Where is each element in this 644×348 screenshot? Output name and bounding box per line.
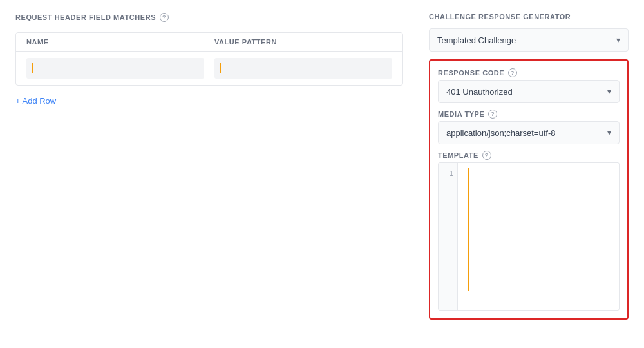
media-type-dropdown[interactable]: application/json;charset=utf-8 ▾ xyxy=(438,121,620,144)
media-type-label: MEDIA TYPE xyxy=(438,110,484,118)
challenge-type-chevron-icon: ▾ xyxy=(616,35,620,44)
template-field: TEMPLATE ? 1 xyxy=(438,151,620,311)
line-numbers: 1 xyxy=(439,163,458,310)
value-pattern-input-cursor xyxy=(220,63,221,73)
challenge-type-dropdown[interactable]: Templated Challenge ▾ xyxy=(429,28,629,52)
name-column-header: NAME xyxy=(26,38,204,46)
right-panel: CHALLENGE RESPONSE GENERATOR Templated C… xyxy=(429,13,629,335)
value-pattern-input[interactable] xyxy=(214,58,392,79)
request-header-label: REQUEST HEADER FIELD MATCHERS xyxy=(15,14,156,21)
template-label-row: TEMPLATE ? xyxy=(438,151,620,160)
media-type-field: MEDIA TYPE ? application/json;charset=ut… xyxy=(438,110,620,144)
editor-content[interactable] xyxy=(458,163,619,310)
name-input[interactable] xyxy=(26,58,204,79)
response-code-value: 401 Unauthorized xyxy=(446,87,513,97)
add-row-button[interactable]: + Add Row xyxy=(15,96,403,106)
table-header-row: NAME VALUE PATTERN xyxy=(16,33,402,52)
response-code-help-icon[interactable]: ? xyxy=(508,68,517,77)
editor-cursor xyxy=(468,168,469,291)
challenge-response-label: CHALLENGE RESPONSE GENERATOR xyxy=(429,13,571,21)
left-panel: REQUEST HEADER FIELD MATCHERS ? NAME VAL… xyxy=(15,13,403,335)
media-type-help-icon[interactable]: ? xyxy=(488,110,497,119)
challenge-response-section-title: CHALLENGE RESPONSE GENERATOR xyxy=(429,13,629,21)
response-section: RESPONSE CODE ? 401 Unauthorized ▾ MEDIA… xyxy=(429,59,629,320)
request-header-help-icon[interactable]: ? xyxy=(160,13,169,22)
template-label: TEMPLATE xyxy=(438,151,478,159)
challenge-type-value: Templated Challenge xyxy=(437,35,516,45)
media-type-value: application/json;charset=utf-8 xyxy=(446,128,555,138)
name-input-cursor xyxy=(32,63,33,73)
media-type-label-row: MEDIA TYPE ? xyxy=(438,110,620,119)
media-type-chevron-icon: ▾ xyxy=(607,128,611,137)
header-matchers-table: NAME VALUE PATTERN xyxy=(15,32,403,86)
template-editor[interactable]: 1 xyxy=(438,162,620,311)
response-code-label: RESPONSE CODE xyxy=(438,69,504,77)
table-row xyxy=(16,52,402,85)
value-pattern-column-header: VALUE PATTERN xyxy=(214,38,392,46)
response-code-dropdown[interactable]: 401 Unauthorized ▾ xyxy=(438,80,620,103)
response-code-label-row: RESPONSE CODE ? xyxy=(438,68,620,77)
response-code-chevron-icon: ▾ xyxy=(607,87,611,96)
request-header-section-title: REQUEST HEADER FIELD MATCHERS ? xyxy=(15,13,403,22)
response-code-field: RESPONSE CODE ? 401 Unauthorized ▾ xyxy=(438,68,620,103)
line-number-1: 1 xyxy=(449,168,453,180)
template-help-icon[interactable]: ? xyxy=(482,151,491,160)
